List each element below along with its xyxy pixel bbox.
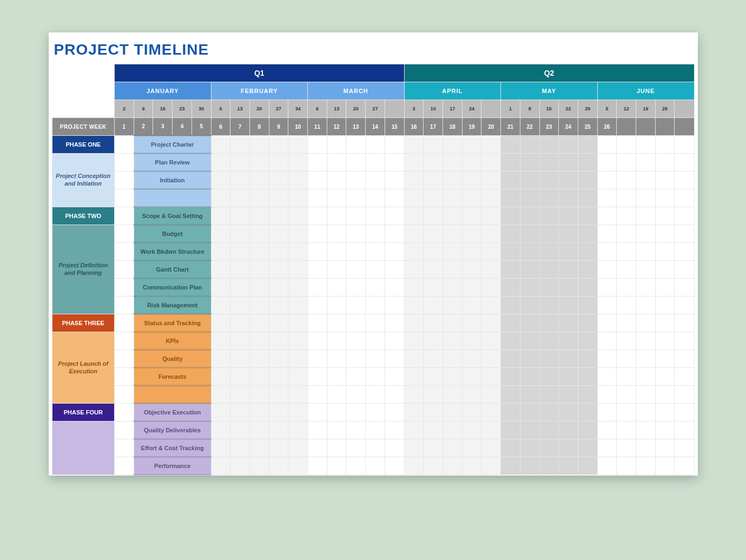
cell[interactable] — [539, 172, 559, 189]
cell[interactable] — [501, 207, 520, 225]
cell[interactable] — [366, 314, 385, 332]
cell[interactable] — [288, 386, 308, 404]
cell[interactable] — [385, 225, 404, 243]
cell[interactable] — [269, 439, 288, 457]
cell[interactable] — [539, 350, 559, 368]
gantt-bar[interactable]: Budget — [134, 225, 211, 243]
cell[interactable] — [230, 172, 250, 189]
cell[interactable] — [404, 332, 424, 350]
cell[interactable] — [443, 439, 463, 457]
cell[interactable] — [675, 154, 694, 172]
cell[interactable] — [675, 439, 694, 457]
cell[interactable] — [539, 457, 559, 475]
cell[interactable] — [230, 314, 250, 332]
cell[interactable] — [288, 154, 308, 172]
cell[interactable] — [462, 386, 481, 404]
cell[interactable] — [481, 261, 501, 279]
cell[interactable] — [269, 350, 288, 368]
cell[interactable] — [559, 439, 578, 457]
cell[interactable] — [115, 261, 134, 279]
cell[interactable] — [675, 189, 694, 207]
cell[interactable] — [230, 261, 250, 279]
cell[interactable] — [578, 136, 597, 154]
cell[interactable] — [346, 439, 366, 457]
cell[interactable] — [462, 154, 481, 172]
cell[interactable] — [655, 439, 675, 457]
cell[interactable] — [539, 404, 559, 421]
cell[interactable] — [520, 172, 539, 189]
cell[interactable] — [288, 189, 308, 207]
cell[interactable] — [404, 404, 424, 421]
cell[interactable] — [288, 136, 308, 154]
cell[interactable] — [385, 314, 404, 332]
cell[interactable] — [115, 189, 134, 207]
cell[interactable] — [346, 136, 366, 154]
cell[interactable] — [655, 404, 675, 421]
cell[interactable] — [424, 350, 443, 368]
cell[interactable] — [539, 314, 559, 332]
cell[interactable] — [327, 189, 346, 207]
cell[interactable] — [211, 172, 230, 189]
cell[interactable] — [617, 439, 636, 457]
cell[interactable] — [655, 368, 675, 386]
cell[interactable] — [366, 332, 385, 350]
gantt-bar[interactable]: KPIs — [134, 332, 211, 350]
cell[interactable] — [539, 261, 559, 279]
cell[interactable] — [327, 207, 346, 225]
cell[interactable] — [636, 154, 656, 172]
cell[interactable] — [327, 243, 346, 261]
cell[interactable] — [462, 439, 481, 457]
cell[interactable] — [346, 297, 366, 314]
cell[interactable] — [115, 136, 134, 154]
cell[interactable] — [269, 243, 288, 261]
cell[interactable] — [385, 404, 404, 421]
cell[interactable] — [481, 421, 501, 439]
cell[interactable] — [366, 368, 385, 386]
cell[interactable] — [501, 225, 520, 243]
cell[interactable] — [675, 368, 694, 386]
cell[interactable] — [230, 136, 250, 154]
cell[interactable] — [269, 404, 288, 421]
cell[interactable] — [539, 154, 559, 172]
cell[interactable] — [655, 279, 675, 297]
cell[interactable] — [424, 457, 443, 475]
cell[interactable] — [249, 404, 269, 421]
cell[interactable] — [346, 225, 366, 243]
cell[interactable] — [559, 297, 578, 314]
cell[interactable] — [288, 404, 308, 421]
cell[interactable] — [269, 207, 288, 225]
cell[interactable] — [346, 404, 366, 421]
gantt-bar[interactable]: Forecasts — [134, 368, 211, 386]
cell[interactable] — [385, 457, 404, 475]
cell[interactable] — [346, 172, 366, 189]
cell[interactable] — [501, 243, 520, 261]
cell[interactable] — [115, 368, 134, 386]
cell[interactable] — [249, 368, 269, 386]
cell[interactable] — [230, 439, 250, 457]
cell[interactable] — [404, 421, 424, 439]
cell[interactable] — [385, 439, 404, 457]
cell[interactable] — [578, 225, 597, 243]
cell[interactable] — [346, 421, 366, 439]
cell[interactable] — [269, 172, 288, 189]
cell[interactable] — [404, 154, 424, 172]
cell[interactable] — [424, 172, 443, 189]
cell[interactable] — [636, 207, 656, 225]
cell[interactable] — [308, 154, 327, 172]
cell[interactable] — [578, 404, 597, 421]
cell[interactable] — [249, 350, 269, 368]
cell[interactable] — [501, 332, 520, 350]
cell[interactable] — [230, 154, 250, 172]
cell[interactable] — [115, 421, 134, 439]
cell[interactable] — [443, 172, 463, 189]
cell[interactable] — [211, 261, 230, 279]
cell[interactable] — [675, 332, 694, 350]
cell[interactable] — [617, 314, 636, 332]
cell[interactable] — [424, 207, 443, 225]
cell[interactable] — [617, 136, 636, 154]
cell[interactable] — [385, 297, 404, 314]
cell[interactable] — [269, 136, 288, 154]
cell[interactable] — [211, 421, 230, 439]
cell[interactable] — [115, 332, 134, 350]
cell[interactable] — [115, 314, 134, 332]
